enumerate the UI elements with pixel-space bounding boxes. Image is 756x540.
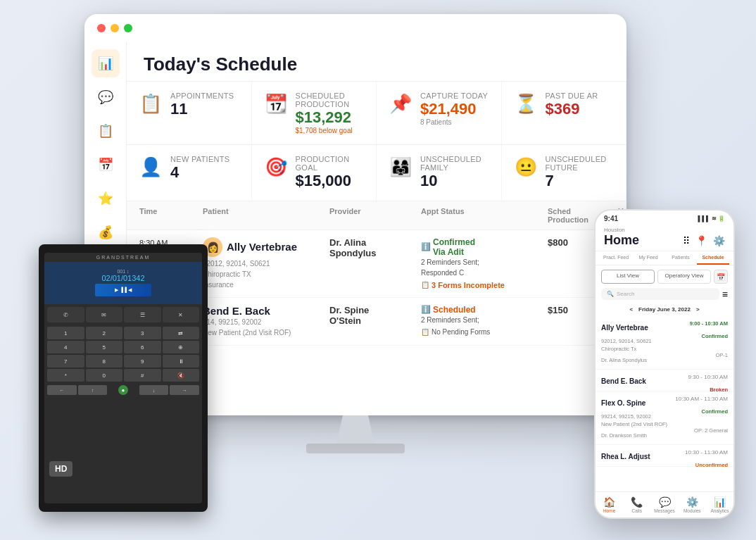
mobile-title-row: Home ⠿ 📍 ⚙️: [604, 233, 725, 248]
tab-schedule[interactable]: Schedule: [697, 251, 729, 265]
phone-nav-down[interactable]: ↓: [139, 385, 169, 395]
mobile-appt-rhea[interactable]: Rhea L. Adjust 10:30 - 11:30 AM Unconfir…: [596, 445, 733, 467]
unsched-future-icon: 😐: [515, 156, 537, 178]
maximize-dot[interactable]: [124, 24, 132, 32]
mobile-appt-ally[interactable]: Ally Vertebrae 9:00 - 10:30 AM 92012, 92…: [596, 316, 733, 370]
metric-unsched-family[interactable]: 👨‍👩‍👧 Unscheduled Family 10: [377, 145, 502, 200]
metric-past-due[interactable]: ⏳ Past Due AR $369: [502, 82, 627, 144]
phone-nav-ok[interactable]: ●: [118, 385, 128, 395]
settings-icon[interactable]: ⚙️: [713, 235, 725, 246]
metric-appointments[interactable]: 📋 Appointments 11: [127, 82, 252, 144]
calls-icon: 📞: [631, 496, 643, 508]
analytics-label: Analytics: [710, 508, 729, 513]
mobile-appt-flex[interactable]: Flex O. Spine 10:30 AM - 11:30 AM 99214,…: [596, 391, 733, 445]
tab-my-feed[interactable]: My Feed: [632, 251, 664, 265]
phone-btn-2[interactable]: ✉: [86, 307, 123, 322]
mobile-bottom-nav: 🏠 Home 📞 Calls 💬 Messages ⚙️ Modules 📊: [596, 491, 733, 517]
bottom-nav-messages[interactable]: 💬 Messages: [650, 496, 678, 513]
unsched-family-icon: 👨‍👩‍👧: [389, 156, 412, 178]
bottom-nav-analytics[interactable]: 📊 Analytics: [706, 496, 733, 513]
sched-prod-value: $13,292: [296, 108, 364, 127]
location-icon[interactable]: 📍: [695, 235, 707, 246]
provider-cell-2: Dr. SpineO'Stein: [329, 305, 421, 326]
mobile-appt-bend[interactable]: Bend E. Back 9:30 - 10:30 AM Broken: [596, 370, 733, 391]
apps-icon[interactable]: ⠿: [683, 235, 690, 246]
phone-key-3[interactable]: 3: [124, 327, 161, 339]
appt-op-ally: OP-1: [715, 352, 728, 358]
phone-key-hold[interactable]: ⏸: [163, 355, 200, 368]
phone-key-star[interactable]: *: [47, 369, 84, 382]
provider-name-1: Dr. AlinaSpondylus: [329, 237, 421, 258]
past-due-value: $369: [546, 100, 598, 118]
tab-patients[interactable]: Patients: [664, 251, 697, 265]
bottom-nav-calls[interactable]: 📞 Calls: [623, 496, 650, 513]
calendar-icon[interactable]: 📅: [714, 270, 728, 284]
appt-provider-flex: Dr. Drankson Smith: [601, 432, 647, 439]
prod-goal-label: Production Goal: [296, 155, 364, 172]
hd-badge: HD: [49, 461, 73, 477]
phone-key-9[interactable]: 9: [124, 355, 161, 368]
minimize-dot[interactable]: [111, 24, 119, 32]
phone-key-2[interactable]: 2: [86, 327, 123, 339]
close-dot[interactable]: [97, 24, 106, 32]
scene: 📊 💬 📋 📅 ⭐ 💰 ✉️ 👤 Today's Schedule: [0, 0, 756, 540]
appt-detail2-ally: Chiropractic Tx: [601, 346, 728, 352]
mobile-home-title: Home: [604, 233, 639, 248]
metric-prod-goal[interactable]: 🎯 Production Goal $15,000: [252, 145, 377, 200]
capture-label: Capture Today: [420, 92, 488, 100]
phone-key-5[interactable]: 5: [86, 341, 123, 353]
phone-key-0[interactable]: 0: [86, 369, 123, 382]
status-cell-1: ℹ️ ConfirmedVia Adit 2 Reminders Sent;Re…: [421, 237, 548, 289]
metric-capture[interactable]: 📌 Capture Today $21,490 8 Patients: [377, 82, 502, 144]
phone-key-hash[interactable]: #: [124, 369, 161, 382]
tab-pract-feed[interactable]: Pract. Feed: [600, 251, 632, 265]
phone-btn-1[interactable]: ✆: [47, 307, 84, 322]
next-date-btn[interactable]: >: [696, 306, 700, 313]
sidebar-item-billing[interactable]: 💰: [92, 218, 120, 246]
list-view-btn[interactable]: List View: [601, 270, 655, 284]
col-appt-status: Appt Status: [421, 207, 548, 224]
phone-key-1[interactable]: 1: [47, 327, 84, 339]
forms-text-2: No Pending Forms: [431, 328, 490, 336]
appt-name-ally: Ally Vertebrae: [601, 324, 648, 332]
phone-key-6[interactable]: 6: [124, 341, 161, 353]
mobile-location: Houston: [604, 227, 725, 233]
operatory-view-btn[interactable]: Operatory View: [657, 270, 711, 284]
phone-nav-left[interactable]: ←: [47, 385, 77, 395]
appt-status-flex: Confirmed: [702, 408, 729, 415]
phone-key-conf[interactable]: ⊕: [163, 341, 200, 353]
metric-scheduled-production[interactable]: 📆 Scheduled Production $13,292 $1,708 be…: [252, 82, 377, 144]
phone-key-7[interactable]: 7: [47, 355, 84, 368]
phone-btn-3[interactable]: ☰: [124, 307, 161, 322]
prev-date-btn[interactable]: <: [629, 306, 633, 313]
bottom-nav-modules[interactable]: ⚙️ Modules: [679, 496, 706, 513]
filter-icon[interactable]: ≡: [722, 289, 728, 300]
appt-time-rhea: 10:30 - 11:30 AM: [685, 449, 728, 456]
modules-label: Modules: [683, 508, 701, 513]
phone-key-mute[interactable]: 🔇: [163, 369, 200, 382]
metrics-row-2: 👤 New Patients 4 🎯 Production Goal $15,0…: [127, 145, 626, 201]
sidebar-item-messages[interactable]: 💬: [92, 83, 120, 111]
sidebar-item-dashboard[interactable]: 📊: [92, 49, 120, 77]
phone-nav-up[interactable]: ↑: [78, 385, 108, 395]
phone-key-4[interactable]: 4: [47, 341, 84, 353]
sidebar-item-patients[interactable]: 📋: [92, 117, 120, 145]
bottom-nav-home[interactable]: 🏠 Home: [596, 496, 623, 513]
metric-unsched-future[interactable]: 😐 Unscheduled Future 7: [502, 145, 627, 200]
sidebar-item-reviews[interactable]: ⭐: [92, 184, 120, 213]
mobile-search[interactable]: 🔍 Search: [601, 288, 719, 300]
phone-key-transfer[interactable]: ⇄: [163, 327, 200, 339]
analytics-icon: 📊: [714, 496, 726, 508]
mobile-frame: 9:41 ▌▌▌ ≋ 🔋 Houston Home ⠿ 📍 ⚙️ Pract. …: [594, 209, 735, 519]
sidebar-item-calendar[interactable]: 📅: [92, 151, 120, 179]
phone-nav-right[interactable]: →: [170, 385, 199, 395]
view-toggle: List View Operatory View 📅: [596, 265, 733, 288]
mobile-search-row: 🔍 Search ≡: [596, 288, 733, 304]
appt-time-bend: 9:30 - 10:30 AM: [688, 374, 728, 380]
appt-detail-flex: 99214, 99215, 92002: [601, 413, 651, 420]
metric-new-patients[interactable]: 👤 New Patients 4: [127, 145, 252, 200]
mobile-nav-tabs: Pract. Feed My Feed Patients Schedule: [596, 251, 733, 265]
phone-key-8[interactable]: 8: [86, 355, 123, 368]
monitor-stand: [334, 415, 377, 444]
phone-btn-4[interactable]: ✕: [163, 307, 200, 322]
